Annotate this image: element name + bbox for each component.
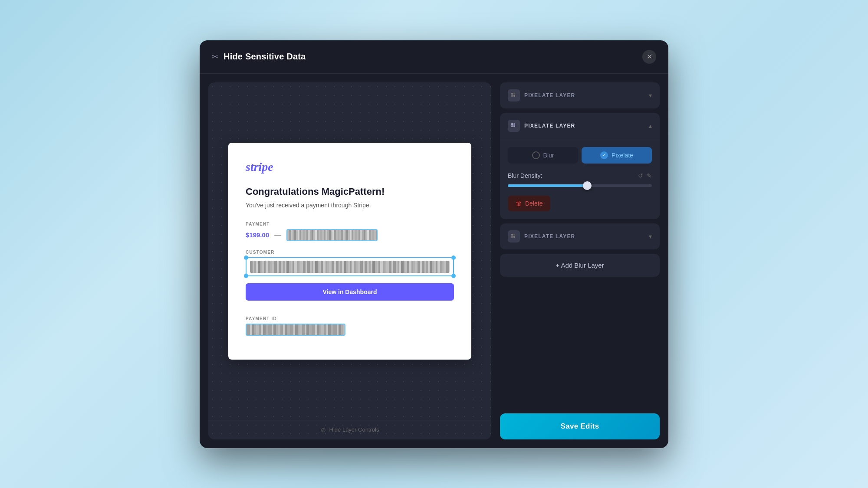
density-reset-button[interactable]: ↺ (638, 172, 643, 179)
blur-mode-label: Blur (543, 152, 554, 159)
preview-panel: stripe Congratulations MagicPattern! You… (208, 82, 491, 439)
scissors-icon: ✂ (212, 52, 218, 62)
payment-pixelated-bar (286, 229, 378, 241)
preview-content: stripe Congratulations MagicPattern! You… (208, 82, 491, 420)
density-label: Blur Density: (508, 172, 542, 179)
modal-header: ✂ Hide Sensitive Data ✕ (200, 40, 668, 74)
pixelate-mode-label: Pixelate (612, 152, 633, 159)
layer-2-icon (508, 120, 520, 132)
pixelate-mode-check: ✓ (600, 151, 608, 159)
layer-1-icon (508, 89, 520, 102)
svg-rect-6 (511, 125, 513, 127)
customer-label: CUSTOMER (246, 250, 454, 255)
svg-rect-8 (511, 234, 513, 236)
customer-pixelated-box (246, 257, 454, 276)
layer-2-chevron: ▴ (649, 122, 652, 129)
svg-rect-0 (511, 93, 513, 95)
pixelate-mode-button[interactable]: ✓ Pixelate (582, 147, 652, 164)
svg-rect-10 (511, 236, 513, 238)
layer-1-name: PIXELATE LAYER (524, 92, 575, 98)
svg-rect-1 (513, 93, 515, 95)
document-subtext: You've just received a payment through S… (246, 202, 454, 209)
customer-pixelated-bar (250, 261, 450, 273)
layer-card-2-header[interactable]: PIXELATE LAYER ▴ (500, 113, 660, 139)
modal-header-left: ✂ Hide Sensitive Data (212, 52, 306, 62)
svg-rect-11 (513, 236, 515, 238)
document-heading: Congratulations MagicPattern! (246, 186, 454, 197)
layer-card-1: PIXELATE LAYER ▾ (500, 82, 660, 108)
svg-rect-5 (513, 123, 515, 125)
payment-section: PAYMENT $199.00 — (246, 222, 454, 241)
right-panel: PIXELATE LAYER ▾ (500, 82, 660, 439)
corner-dot-bl (244, 274, 248, 278)
density-slider-track[interactable] (508, 184, 652, 187)
eye-slash-icon: ⊘ (321, 426, 326, 433)
density-actions: ↺ ✎ (638, 172, 652, 179)
layer-1-chevron: ▾ (649, 92, 652, 99)
density-slider-thumb[interactable] (583, 181, 592, 190)
layer-card-2: PIXELATE LAYER ▴ Blur ✓ (500, 113, 660, 219)
hide-controls-text: Hide Layer Controls (329, 426, 379, 433)
payment-id-pixelated-bar (246, 324, 345, 336)
layer-3-icon (508, 230, 520, 242)
close-icon: ✕ (647, 52, 652, 61)
blur-mode-button[interactable]: Blur (508, 147, 578, 164)
blur-mode-circle (532, 151, 540, 159)
mode-toggle: Blur ✓ Pixelate (508, 147, 652, 164)
layer-card-3: PIXELATE LAYER ▾ (500, 223, 660, 249)
modal-title: Hide Sensitive Data (224, 52, 306, 62)
payment-amount: $199.00 (246, 231, 269, 239)
layer-card-3-header[interactable]: PIXELATE LAYER ▾ (500, 223, 660, 249)
add-layer-button[interactable]: + Add Blur Layer (500, 254, 660, 277)
svg-rect-7 (513, 125, 515, 127)
payment-id-section: PAYMENT ID (246, 316, 454, 336)
layer-3-name: PIXELATE LAYER (524, 233, 575, 239)
stripe-logo: stripe (246, 160, 454, 174)
save-edits-button[interactable]: Save Edits (500, 413, 660, 439)
layer-card-1-header[interactable]: PIXELATE LAYER ▾ (500, 82, 660, 108)
svg-rect-9 (513, 234, 515, 236)
corner-dot-br (451, 274, 456, 278)
svg-rect-2 (511, 95, 513, 97)
payment-id-label: PAYMENT ID (246, 316, 454, 321)
layer-2-name: PIXELATE LAYER (524, 123, 575, 129)
layer-card-3-header-left: PIXELATE LAYER (508, 230, 575, 242)
density-edit-button[interactable]: ✎ (647, 172, 652, 179)
layers-list: PIXELATE LAYER ▾ (500, 82, 660, 409)
delete-layer-button[interactable]: 🗑 Delete (508, 196, 550, 211)
payment-row: $199.00 — (246, 229, 454, 241)
density-section: Blur Density: ↺ ✎ (508, 172, 652, 187)
payment-label: PAYMENT (246, 222, 454, 226)
preview-footer: ⊘ Hide Layer Controls (208, 420, 491, 439)
close-button[interactable]: ✕ (642, 50, 656, 64)
layer-card-1-header-left: PIXELATE LAYER (508, 89, 575, 102)
layer-3-chevron: ▾ (649, 233, 652, 240)
svg-rect-3 (513, 95, 515, 97)
document-card: stripe Congratulations MagicPattern! You… (228, 143, 471, 360)
delete-label: Delete (525, 200, 542, 207)
view-dashboard-button[interactable]: View in Dashboard (246, 283, 454, 301)
modal: ✂ Hide Sensitive Data ✕ stripe Congratul… (200, 40, 668, 448)
layer-card-2-body: Blur ✓ Pixelate Blur Density: (500, 139, 660, 219)
customer-section: CUSTOMER View in Dashboard (246, 250, 454, 308)
density-slider-fill (508, 184, 587, 187)
density-header: Blur Density: ↺ ✎ (508, 172, 652, 179)
layer-card-2-header-left: PIXELATE LAYER (508, 120, 575, 132)
modal-body: stripe Congratulations MagicPattern! You… (200, 74, 668, 448)
payment-dash: — (274, 231, 281, 239)
trash-icon: 🗑 (516, 200, 522, 207)
svg-rect-4 (511, 123, 513, 125)
